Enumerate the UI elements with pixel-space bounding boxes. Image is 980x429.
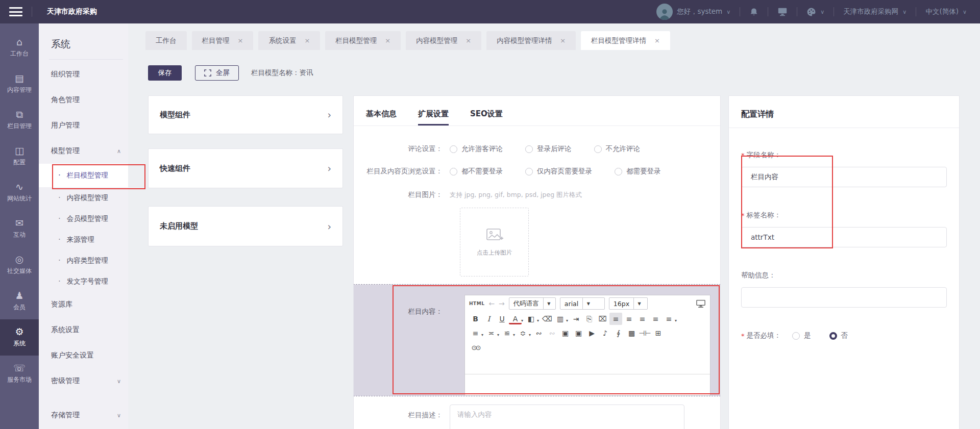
save-button[interactable]: 保存: [148, 65, 182, 81]
rail-item-workbench[interactable]: ⌂ 工作台: [0, 30, 39, 66]
insert-music-icon[interactable]: ♪: [599, 327, 611, 339]
radio-no-comment[interactable]: 不允许评论: [594, 144, 641, 154]
editor-content-area[interactable]: [465, 355, 710, 374]
image-upload-dropzone[interactable]: 点击上传图片: [460, 208, 529, 276]
rail-item-interaction[interactable]: ✉ 互动: [0, 211, 39, 247]
sidebar-item-role-mgmt[interactable]: 角色管理: [39, 87, 128, 113]
sidebar-item-secrecy-mgmt[interactable]: 密级管理 ∨: [39, 368, 128, 394]
sidebar-item-content-model-mgmt[interactable]: · 内容模型管理: [39, 187, 128, 208]
close-icon[interactable]: ×: [560, 37, 566, 44]
close-icon[interactable]: ×: [385, 37, 390, 44]
sidebar-item-account-security[interactable]: 账户安全设置: [39, 343, 128, 368]
card-model-components[interactable]: 模型组件 ›: [148, 95, 343, 134]
sidebar-item-model-mgmt[interactable]: 模型管理 ∧: [39, 138, 128, 164]
radio-required-yes[interactable]: 是: [792, 331, 811, 340]
radio-all-login-required[interactable]: 都需要登录: [615, 167, 661, 176]
find-replace-icon[interactable]: ⊙⊙: [469, 341, 482, 354]
close-icon[interactable]: ×: [304, 37, 310, 44]
ordered-list-icon[interactable]: ≡: [663, 313, 675, 325]
code-language-select[interactable]: 代码语言 ▼: [509, 297, 556, 310]
editor-fullscreen-icon[interactable]: [696, 299, 706, 308]
sidebar-item-content-type-mgmt[interactable]: · 内容类型管理: [39, 250, 128, 271]
format-brush-icon[interactable]: ⌧: [596, 313, 609, 325]
theme-menu[interactable]: ∨: [806, 7, 824, 17]
caret-icon[interactable]: ▾: [497, 333, 499, 337]
close-icon[interactable]: ×: [654, 37, 660, 44]
align-center-icon[interactable]: ≡: [636, 313, 649, 325]
tab-column-model-mgmt[interactable]: 栏目模型管理 ×: [325, 31, 401, 50]
hamburger-menu-icon[interactable]: [9, 7, 22, 16]
italic-icon[interactable]: I: [482, 313, 495, 325]
eraser-icon[interactable]: ⌫: [541, 313, 553, 325]
card-quick-components[interactable]: 快速组件 ›: [148, 148, 343, 188]
tab-extended-settings[interactable]: 扩展设置: [418, 109, 449, 125]
language-switcher[interactable]: 中文(简体) ∨: [925, 7, 967, 16]
site-switcher[interactable]: 天津市政府采购网 ∨: [843, 7, 906, 16]
column-description-input[interactable]: 请输入内容: [450, 405, 684, 429]
field-name-input[interactable]: 栏目内容: [741, 167, 947, 187]
sidebar-item-doc-number-mgmt[interactable]: · 发文字号管理: [39, 271, 128, 292]
font-family-select[interactable]: arial ▼: [560, 297, 605, 310]
tab-basic-info[interactable]: 基本信息: [366, 109, 397, 125]
line-height-icon[interactable]: ≍: [485, 327, 498, 339]
underline-icon[interactable]: U: [496, 313, 508, 325]
undo-icon[interactable]: ←: [488, 299, 495, 308]
user-menu[interactable]: 您好，system ∨: [656, 4, 730, 20]
sidebar-item-column-model-mgmt[interactable]: · 栏目模型管理: [39, 164, 128, 187]
rail-item-service-market[interactable]: ☏ 服务市场: [0, 356, 39, 392]
radio-no-login-required[interactable]: 都不需要登录: [450, 167, 503, 176]
html-source-button[interactable]: HTML: [469, 301, 484, 306]
indent-icon[interactable]: ⇥: [570, 313, 582, 325]
rail-item-system[interactable]: ⚙ 系统: [0, 319, 39, 356]
sidebar-item-resource-library[interactable]: 资源库: [39, 292, 128, 317]
close-icon[interactable]: ×: [465, 37, 471, 44]
radio-content-login-required[interactable]: 仅内容页需要登录: [525, 167, 592, 176]
paste-icon[interactable]: ⎘: [583, 313, 596, 325]
fill-color-icon[interactable]: ◧: [525, 313, 537, 325]
insert-image-icon[interactable]: ▣: [559, 327, 572, 339]
rail-item-site-stats[interactable]: ∿ 网站统计: [0, 174, 39, 211]
caret-icon[interactable]: ▾: [513, 333, 515, 337]
insert-image-add-icon[interactable]: ▣: [572, 327, 585, 339]
caret-icon[interactable]: ▾: [675, 318, 677, 323]
link-icon[interactable]: ∾: [532, 327, 545, 339]
bullet-list-icon[interactable]: ≡: [469, 327, 482, 339]
caret-icon[interactable]: ▾: [537, 318, 539, 323]
close-icon[interactable]: ×: [238, 37, 243, 44]
sidebar-item-member-model-mgmt[interactable]: · 会员模型管理: [39, 208, 128, 229]
insert-video-icon[interactable]: ▶: [585, 327, 598, 339]
insert-table-icon[interactable]: ⊞: [652, 327, 665, 339]
caret-icon[interactable]: ▾: [529, 333, 531, 337]
rail-item-column-mgmt[interactable]: ⧉ 栏目管理: [0, 102, 39, 138]
radio-allow-guest-comment[interactable]: 允许游客评论: [450, 144, 503, 154]
tab-content-model-detail[interactable]: 内容模型管理详情 ×: [486, 31, 576, 50]
notification-bell-icon[interactable]: [749, 7, 758, 17]
rail-item-member[interactable]: ♟ 会员: [0, 283, 39, 319]
caret-icon[interactable]: ▾: [566, 318, 568, 323]
align-right-icon[interactable]: ≡: [623, 313, 635, 325]
caret-icon[interactable]: ▾: [481, 333, 483, 337]
font-size-select[interactable]: 16px ▼: [609, 297, 648, 310]
align-justify-icon[interactable]: ≡: [649, 313, 662, 325]
tag-name-input[interactable]: attrTxt: [741, 227, 947, 247]
insert-map-icon[interactable]: ▩: [625, 327, 638, 339]
caret-icon[interactable]: ▾: [521, 318, 523, 323]
page-break-icon[interactable]: ⊣⊢: [639, 327, 651, 339]
tab-content-model-mgmt[interactable]: 内容模型管理 ×: [406, 31, 481, 50]
rail-item-config[interactable]: ◫ 配置: [0, 138, 39, 174]
redo-icon[interactable]: →: [499, 299, 505, 308]
sidebar-item-system-settings[interactable]: 系统设置: [39, 317, 128, 343]
image-align-icon[interactable]: ≌: [501, 327, 513, 339]
tab-column-mgmt[interactable]: 栏目管理 ×: [192, 31, 254, 50]
unlink-icon[interactable]: ∾: [546, 327, 558, 339]
block-style-icon[interactable]: ▥: [554, 313, 567, 325]
font-color-icon[interactable]: A: [509, 314, 522, 324]
tab-column-model-detail[interactable]: 栏目模型管理详情 ×: [581, 31, 670, 50]
tab-workbench[interactable]: 工作台: [145, 31, 187, 50]
radio-login-comment[interactable]: 登录后评论: [525, 144, 572, 154]
rail-item-social-media[interactable]: ◎ 社交媒体: [0, 247, 39, 283]
rich-text-editor[interactable]: HTML ← → 代码语言 ▼ arial ▼ 16px ▼: [464, 295, 710, 396]
help-info-input[interactable]: [741, 287, 947, 308]
sidebar-item-storage-mgmt[interactable]: 存储管理 ∨: [39, 402, 128, 428]
sidebar-item-user-mgmt[interactable]: 用户管理: [39, 113, 128, 138]
